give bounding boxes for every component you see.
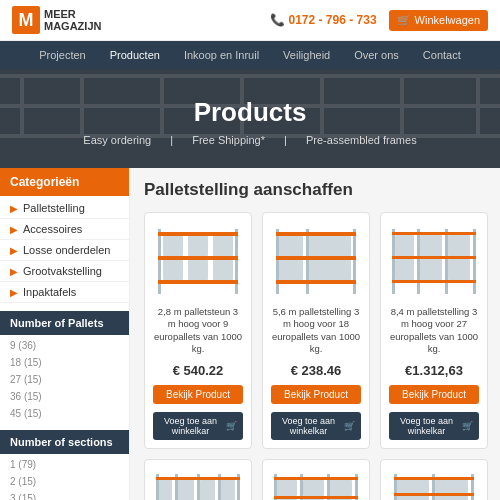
view-button-1[interactable]: Bekijk Product [271, 385, 361, 404]
svg-rect-39 [420, 235, 442, 256]
sidebar: Categorieën ▶ Palletstelling ▶ Accessoir… [0, 168, 130, 500]
nav-veiligheid[interactable]: Veiligheid [271, 41, 342, 69]
sidebar-item-palletstelling[interactable]: ▶ Palletstelling [0, 198, 129, 219]
view-button-2[interactable]: Bekijk Product [389, 385, 479, 404]
logo-icon: M [12, 6, 40, 34]
svg-rect-20 [213, 260, 233, 280]
top-bar: M MEER MAGAZIJN 📞 0172 - 796 - 733 🛒 Win… [0, 0, 500, 41]
arrow-icon-4: ▶ [10, 287, 18, 298]
product-desc-0: 2,8 m palletsteun 3 m hoog voor 9 europa… [153, 306, 243, 355]
top-right: 📞 0172 - 796 - 733 🛒 Winkelwagen [270, 10, 488, 31]
hero-sep1: | [170, 134, 173, 146]
sidebar-item-inpaktafels[interactable]: ▶ Inpaktafels [0, 282, 129, 303]
cart-icon-1: 🛒 [344, 421, 355, 431]
nav-products[interactable]: Producten [98, 41, 172, 69]
svg-rect-36 [392, 256, 476, 259]
hero-section: Products Easy ordering | Free Shipping* … [0, 69, 500, 168]
sidebar-item-losse[interactable]: ▶ Losse onderdelen [0, 240, 129, 261]
shelf-svg-5 [389, 471, 479, 500]
svg-rect-34 [445, 229, 448, 294]
svg-rect-79 [394, 493, 474, 496]
svg-rect-28 [309, 236, 351, 256]
hero-subtitle: Easy ordering | Free Shipping* | Pre-ass… [20, 134, 480, 146]
product-card-3: 11,2 m palletstelling 3 m hoog voor 36 e… [144, 459, 252, 500]
svg-rect-42 [420, 259, 442, 280]
content-title: Palletstelling aanschaffen [144, 180, 488, 200]
svg-rect-11 [235, 229, 238, 294]
product-image-5 [389, 468, 479, 500]
hero-title: Products [20, 97, 480, 128]
sidebar-item-accessoires[interactable]: ▶ Accessoires [0, 219, 129, 240]
sidebar-item-grootvak[interactable]: ▶ Grootvakstelling [0, 261, 129, 282]
view-button-0[interactable]: Bekijk Product [153, 385, 243, 404]
cart-icon: 🛒 [397, 14, 411, 27]
svg-rect-32 [473, 229, 476, 294]
cart-button-1[interactable]: Voeg toe aan winkelkar 🛒 [271, 412, 361, 440]
hero-sep2: | [284, 134, 287, 146]
product-price-1: € 238.46 [291, 363, 342, 378]
phone-number: 📞 0172 - 796 - 733 [270, 13, 376, 27]
svg-rect-22 [353, 229, 356, 294]
sections-title: Number of sections [0, 430, 129, 454]
shelf-svg-0 [153, 224, 243, 299]
svg-rect-41 [395, 259, 414, 280]
svg-rect-83 [435, 480, 468, 493]
svg-rect-53 [178, 480, 194, 500]
svg-rect-43 [448, 259, 470, 280]
section-count-1[interactable]: 2 (15) [0, 473, 129, 490]
logo-text: MEER MAGAZIJN [44, 8, 101, 32]
cart-icon-0: 🛒 [226, 421, 237, 431]
product-price-0: € 540.22 [173, 363, 224, 378]
svg-rect-68 [303, 480, 324, 496]
pallets-title: Number of Pallets [0, 311, 129, 335]
svg-rect-10 [158, 229, 161, 294]
cart-button[interactable]: 🛒 Winkelwagen [389, 10, 488, 31]
svg-rect-12 [158, 232, 238, 236]
product-card-4: 14 m palletstelling 4 m hoog voor 45 eur… [262, 459, 370, 500]
arrow-icon-0: ▶ [10, 203, 18, 214]
product-desc-1: 5,6 m palletstelling 3 m hoog voor 18 eu… [271, 306, 361, 355]
product-desc-2: 8,4 m palletstelling 3 m hoog voor 27 eu… [389, 306, 479, 355]
phone-icon: 📞 [270, 13, 285, 27]
product-card-2: 8,4 m palletstelling 3 m hoog voor 27 eu… [380, 212, 488, 449]
svg-rect-19 [188, 260, 208, 280]
arrow-icon-1: ▶ [10, 224, 18, 235]
arrow-icon-3: ▶ [10, 266, 18, 277]
section-count-0[interactable]: 1 (79) [0, 456, 129, 473]
svg-rect-21 [276, 229, 279, 294]
product-image-3 [153, 468, 243, 500]
svg-rect-23 [306, 229, 309, 294]
product-card-1: 5,6 m palletstelling 3 m hoog voor 18 eu… [262, 212, 370, 449]
pallet-count-0[interactable]: 9 (36) [0, 337, 129, 354]
svg-rect-18 [163, 260, 183, 280]
nav-contact[interactable]: Contact [411, 41, 473, 69]
svg-rect-25 [276, 256, 356, 260]
shelf-svg-1 [271, 224, 361, 299]
nav-over-ons[interactable]: Over ons [342, 41, 411, 69]
svg-rect-52 [159, 480, 172, 500]
svg-rect-17 [213, 236, 233, 256]
product-image-4 [271, 468, 361, 500]
pallet-count-3[interactable]: 36 (15) [0, 388, 129, 405]
svg-rect-40 [448, 235, 470, 256]
nav-projects[interactable]: Projecten [27, 41, 97, 69]
svg-rect-30 [309, 260, 351, 280]
section-count-2[interactable]: 3 (15) [0, 490, 129, 500]
cart-button-2[interactable]: Voeg toe aan winkelkar 🛒 [389, 412, 479, 440]
nav-inkoop[interactable]: Inkoop en Inruil [172, 41, 271, 69]
svg-rect-31 [392, 229, 395, 294]
svg-rect-35 [392, 232, 476, 235]
svg-rect-27 [279, 236, 303, 256]
logo: M MEER MAGAZIJN [12, 6, 101, 34]
pallet-count-2[interactable]: 27 (15) [0, 371, 129, 388]
svg-rect-14 [158, 280, 238, 284]
categories-title: Categorieën [0, 168, 129, 196]
svg-rect-0 [0, 74, 500, 78]
svg-rect-63 [274, 477, 358, 480]
pallet-count-4[interactable]: 45 (15) [0, 405, 129, 422]
main-nav: Projecten Producten Inkoop en Inruil Vei… [0, 41, 500, 69]
content-area: Palletstelling aanschaffen [130, 168, 500, 500]
svg-rect-29 [279, 260, 303, 280]
cart-button-0[interactable]: Voeg toe aan winkelkar 🛒 [153, 412, 243, 440]
pallet-count-1[interactable]: 18 (15) [0, 354, 129, 371]
